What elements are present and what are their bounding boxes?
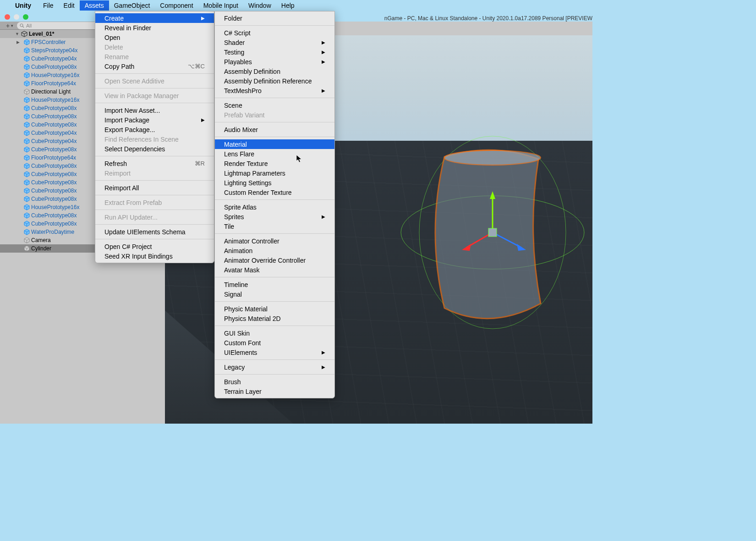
- menu-item-label: Shader: [224, 39, 245, 46]
- menu-item-label: Animator Override Controller: [224, 257, 306, 264]
- menu-item-physics-material-2d[interactable]: Physics Material 2D: [215, 314, 334, 323]
- menu-item-label: Signal: [224, 291, 242, 298]
- submenu-arrow-icon: ▶: [322, 88, 325, 93]
- menu-item-select-dependencies[interactable]: Select Dependencies: [95, 144, 214, 154]
- close-button[interactable]: [5, 14, 10, 20]
- menu-mobile-input[interactable]: Mobile Input: [198, 0, 243, 11]
- menu-item-open-c-project[interactable]: Open C# Project: [95, 242, 214, 251]
- gizmo-center-icon[interactable]: [488, 228, 497, 237]
- menu-item-brush[interactable]: Brush: [215, 377, 334, 386]
- menu-item-extract-from-prefab: Extract From Prefab: [95, 198, 214, 207]
- menu-gameobject[interactable]: GameObject: [109, 0, 155, 11]
- hierarchy-item-label: CubePrototype08x: [31, 179, 77, 186]
- selected-object-cylinder[interactable]: [399, 134, 586, 331]
- menu-item-lightmap-parameters[interactable]: Lightmap Parameters: [215, 168, 334, 178]
- menu-edit[interactable]: Edit: [59, 0, 80, 11]
- hierarchy-item-label: CubePrototype08x: [31, 64, 77, 70]
- menu-item-label: Tile: [224, 223, 234, 230]
- menu-item-assembly-definition[interactable]: Assembly Definition: [215, 66, 334, 76]
- prefab-cube-icon: [23, 212, 30, 219]
- menu-item-lens-flare[interactable]: Lens Flare: [215, 149, 334, 159]
- menu-item-reveal-in-finder[interactable]: Reveal in Finder: [95, 23, 214, 33]
- menu-item-timeline[interactable]: Timeline: [215, 280, 334, 289]
- menu-item-terrain-layer[interactable]: Terrain Layer: [215, 386, 334, 396]
- menu-item-export-package-[interactable]: Export Package...: [95, 125, 214, 134]
- menu-item-folder[interactable]: Folder: [215, 13, 334, 23]
- menu-item-assembly-definition-reference[interactable]: Assembly Definition Reference: [215, 76, 334, 86]
- menu-item-shader[interactable]: Shader▶: [215, 38, 334, 47]
- menu-assets[interactable]: Assets: [80, 0, 109, 11]
- menu-item-testing[interactable]: Testing▶: [215, 47, 334, 57]
- menu-item-physic-material[interactable]: Physic Material: [215, 304, 334, 314]
- add-dropdown-icon[interactable]: ▾: [11, 23, 13, 28]
- foldout-icon[interactable]: ▼: [15, 32, 19, 36]
- menu-item-label: Open Scene Additive: [104, 77, 164, 85]
- menu-item-gui-skin[interactable]: GUI Skin: [215, 328, 334, 338]
- menu-item-custom-font[interactable]: Custom Font: [215, 338, 334, 348]
- submenu-arrow-icon: ▶: [322, 350, 325, 355]
- menu-item-legacy[interactable]: Legacy▶: [215, 362, 334, 372]
- menu-item-label: Import Package: [104, 116, 149, 124]
- menu-item-tile[interactable]: Tile: [215, 221, 334, 231]
- menu-item-playables[interactable]: Playables▶: [215, 57, 334, 66]
- menu-item-sprites[interactable]: Sprites▶: [215, 212, 334, 221]
- menu-separator: [215, 25, 334, 26]
- menu-item-reimport-all[interactable]: Reimport All: [95, 183, 214, 193]
- prefab-cube-icon: [23, 146, 30, 153]
- menu-item-label: Refresh: [104, 160, 127, 167]
- prefab-cube-icon: [23, 196, 30, 203]
- svg-point-0: [20, 24, 23, 27]
- minimize-button[interactable]: [14, 14, 19, 20]
- menu-item-label: Avatar Mask: [224, 266, 260, 274]
- hierarchy-item-label: HousePrototype16x: [31, 72, 79, 78]
- foldout-icon[interactable]: ▶: [16, 40, 22, 44]
- prefab-cube-icon: [23, 113, 30, 120]
- menu-item-render-texture[interactable]: Render Texture: [215, 159, 334, 168]
- menu-item-import-package[interactable]: Import Package▶: [95, 115, 214, 125]
- prefab-cube-icon: [23, 204, 30, 211]
- menu-help[interactable]: Help: [276, 0, 300, 11]
- menu-item-animator-controller[interactable]: Animator Controller: [215, 236, 334, 246]
- menu-item-create[interactable]: Create▶: [95, 13, 214, 23]
- menu-item-refresh[interactable]: Refresh⌘R: [95, 159, 214, 168]
- hierarchy-item-label: CubePrototype08x: [31, 121, 77, 128]
- menu-item-audio-mixer[interactable]: Audio Mixer: [215, 125, 334, 134]
- menu-item-update-uielements-schema[interactable]: Update UIElements Schema: [95, 227, 214, 237]
- prefab-cube-icon: [23, 121, 30, 128]
- menu-item-label: Lightmap Parameters: [224, 170, 285, 177]
- menu-item-c-script[interactable]: C# Script: [215, 28, 334, 38]
- prefab-cube-icon: [23, 155, 30, 161]
- menu-window[interactable]: Window: [243, 0, 276, 11]
- menu-item-label: Animation: [224, 247, 252, 254]
- menu-item-uielements[interactable]: UIElements▶: [215, 348, 334, 357]
- menu-item-material[interactable]: Material: [215, 139, 334, 149]
- menu-component[interactable]: Component: [155, 0, 198, 11]
- menu-item-label: Export Package...: [104, 126, 155, 133]
- menu-separator: [95, 73, 214, 74]
- menu-item-open[interactable]: Open: [95, 33, 214, 42]
- menu-item-copy-path[interactable]: Copy Path⌥⌘C: [95, 61, 214, 71]
- menu-item-animation[interactable]: Animation: [215, 246, 334, 255]
- menu-item-scene[interactable]: Scene: [215, 100, 334, 110]
- menu-file[interactable]: File: [38, 0, 59, 11]
- menu-item-textmeshpro[interactable]: TextMeshPro▶: [215, 86, 334, 95]
- menu-item-signal[interactable]: Signal: [215, 289, 334, 299]
- app-name[interactable]: Unity: [10, 0, 36, 11]
- menu-item-import-new-asset-[interactable]: Import New Asset...: [95, 105, 214, 115]
- menu-item-lighting-settings[interactable]: Lighting Settings: [215, 178, 334, 188]
- hierarchy-item-label: FPSController: [31, 39, 66, 45]
- menu-item-sprite-atlas[interactable]: Sprite Atlas: [215, 202, 334, 212]
- menu-item-reimport: Reimport: [95, 168, 214, 178]
- menu-item-avatar-mask[interactable]: Avatar Mask: [215, 265, 334, 275]
- menu-separator: [95, 210, 214, 210]
- menu-item-animator-override-controller[interactable]: Animator Override Controller: [215, 255, 334, 265]
- menu-separator: [95, 195, 214, 195]
- menu-item-label: Render Texture: [224, 160, 268, 167]
- menu-item-custom-render-texture[interactable]: Custom Render Texture: [215, 188, 334, 197]
- menu-item-seed-xr-input-bindings[interactable]: Seed XR Input Bindings: [95, 251, 214, 261]
- zoom-button[interactable]: [23, 14, 28, 20]
- hierarchy-item-label: CubePrototype04x: [31, 130, 77, 136]
- menu-shortcut: ⌥⌘C: [188, 63, 205, 70]
- menu-item-run-api-updater-: Run API Updater...: [95, 212, 214, 222]
- search-placeholder: All: [26, 23, 32, 28]
